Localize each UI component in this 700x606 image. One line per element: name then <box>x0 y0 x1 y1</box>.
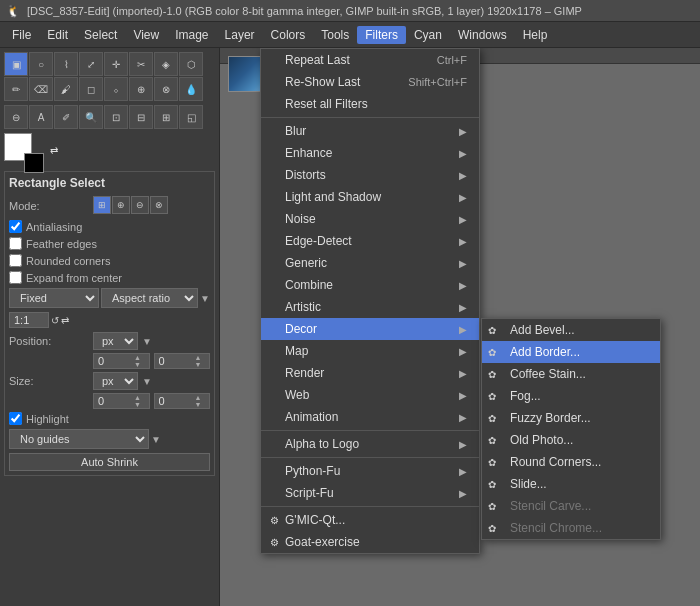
type-tool[interactable]: A <box>29 105 53 129</box>
pos-y-arrows[interactable]: ▲▼ <box>195 354 202 368</box>
pos-x-arrows[interactable]: ▲▼ <box>134 354 141 368</box>
rotate-tool[interactable]: ⊟ <box>129 105 153 129</box>
python-fu-item[interactable]: Python-Fu ▶ <box>261 460 479 482</box>
generic-item[interactable]: Generic ▶ <box>261 252 479 274</box>
clone-tool[interactable]: ⬦ <box>104 77 128 101</box>
mode-intersect[interactable]: ⊗ <box>150 196 168 214</box>
pencil-tool[interactable]: ✏ <box>4 77 28 101</box>
aspect-arrow[interactable]: ▼ <box>200 293 210 304</box>
shear-tool[interactable]: ◱ <box>179 105 203 129</box>
add-border-item[interactable]: ✿ Add Border... <box>482 341 660 363</box>
size-h-input[interactable]: ▲▼ <box>154 393 211 409</box>
goat-item[interactable]: ⚙ Goat-exercise <box>261 531 479 553</box>
scissors-tool[interactable]: ✂ <box>129 52 153 76</box>
mode-subtract[interactable]: ⊖ <box>131 196 149 214</box>
slide-item[interactable]: ✿ Slide... <box>482 473 660 495</box>
size-unit-arrow[interactable]: ▼ <box>142 376 152 387</box>
feather-checkbox[interactable] <box>9 237 22 250</box>
menu-view[interactable]: View <box>125 26 167 44</box>
select-by-color-tool[interactable]: ✛ <box>104 52 128 76</box>
heal-tool[interactable]: ⊕ <box>129 77 153 101</box>
script-fu-item[interactable]: Script-Fu ▶ <box>261 482 479 504</box>
foreground-select-tool[interactable]: ◈ <box>154 52 178 76</box>
flip-tool[interactable]: ⊡ <box>104 105 128 129</box>
fixed-select[interactable]: Fixed Aspect ratio Width Height Size <box>9 288 99 308</box>
position-unit-select[interactable]: px <box>93 332 138 350</box>
size-unit-select[interactable]: px <box>93 372 138 390</box>
size-h-value[interactable] <box>155 394 195 408</box>
menu-filters[interactable]: Filters <box>357 26 406 44</box>
animation-item[interactable]: Animation ▶ <box>261 406 479 428</box>
rect-select-tool[interactable]: ▣ <box>4 52 28 76</box>
menu-image[interactable]: Image <box>167 26 216 44</box>
noise-item[interactable]: Noise ▶ <box>261 208 479 230</box>
menu-cyan[interactable]: Cyan <box>406 26 450 44</box>
rounded-checkbox[interactable] <box>9 254 22 267</box>
size-w-value[interactable] <box>94 394 134 408</box>
pos-x-value[interactable] <box>94 354 134 368</box>
airbrush-tool[interactable]: ◻ <box>79 77 103 101</box>
ratio-input[interactable] <box>9 312 49 328</box>
coffee-stain-item[interactable]: ✿ Coffee Stain... <box>482 363 660 385</box>
size-w-input[interactable]: ▲▼ <box>93 393 150 409</box>
text-tool[interactable]: ⊖ <box>4 105 28 129</box>
measure-tool[interactable]: ✐ <box>54 105 78 129</box>
pos-x-input[interactable]: ▲▼ <box>93 353 150 369</box>
paintbrush-tool[interactable]: ⌫ <box>29 77 53 101</box>
web-item[interactable]: Web ▶ <box>261 384 479 406</box>
render-item[interactable]: Render ▶ <box>261 362 479 384</box>
light-shadow-item[interactable]: Light and Shadow ▶ <box>261 186 479 208</box>
position-unit-arrow[interactable]: ▼ <box>142 336 152 347</box>
expand-checkbox[interactable] <box>9 271 22 284</box>
blur-item[interactable]: Blur ▶ <box>261 120 479 142</box>
fuzzy-select-tool[interactable]: ⤢ <box>79 52 103 76</box>
menu-windows[interactable]: Windows <box>450 26 515 44</box>
reset-all-item[interactable]: Reset all Filters <box>261 93 479 115</box>
menu-colors[interactable]: Colors <box>263 26 314 44</box>
pos-y-input[interactable]: ▲▼ <box>154 353 211 369</box>
antialias-checkbox[interactable] <box>9 220 22 233</box>
alpha-to-logo-item[interactable]: Alpha to Logo ▶ <box>261 433 479 455</box>
distorts-item[interactable]: Distorts ▶ <box>261 164 479 186</box>
size-h-arrows[interactable]: ▲▼ <box>195 394 202 408</box>
ratio-swap-icon[interactable]: ⇄ <box>61 315 69 326</box>
repeat-last-item[interactable]: Repeat Last Ctrl+F <box>261 49 479 71</box>
pos-y-value[interactable] <box>155 354 195 368</box>
scale-tool[interactable]: ⊞ <box>154 105 178 129</box>
decor-item[interactable]: Decor ▶ ✿ Add Bevel... ✿ Add Border... ✿… <box>261 318 479 340</box>
combine-item[interactable]: Combine ▶ <box>261 274 479 296</box>
guides-arrow[interactable]: ▼ <box>151 434 161 445</box>
eraser-tool[interactable]: 🖌 <box>54 77 78 101</box>
menu-layer[interactable]: Layer <box>217 26 263 44</box>
dodge-burn-tool[interactable]: ⊗ <box>154 77 178 101</box>
gmic-item[interactable]: ⚙ G'MIC-Qt... <box>261 509 479 531</box>
ellipse-select-tool[interactable]: ○ <box>29 52 53 76</box>
menu-tools[interactable]: Tools <box>313 26 357 44</box>
aspect-select[interactable]: Aspect ratio <box>101 288 198 308</box>
size-w-arrows[interactable]: ▲▼ <box>134 394 141 408</box>
auto-shrink-button[interactable]: Auto Shrink <box>9 453 210 471</box>
menu-help[interactable]: Help <box>515 26 556 44</box>
swap-colors-icon[interactable]: ⇄ <box>50 145 58 156</box>
enhance-item[interactable]: Enhance ▶ <box>261 142 479 164</box>
reshow-last-item[interactable]: Re-Show Last Shift+Ctrl+F <box>261 71 479 93</box>
mode-replace[interactable]: ⊞ <box>93 196 111 214</box>
old-photo-item[interactable]: ✿ Old Photo... <box>482 429 660 451</box>
add-bevel-item[interactable]: ✿ Add Bevel... <box>482 319 660 341</box>
highlight-checkbox[interactable] <box>9 412 22 425</box>
zoom-tool[interactable]: 🔍 <box>79 105 103 129</box>
paths-tool[interactable]: ⬡ <box>179 52 203 76</box>
mode-add[interactable]: ⊕ <box>112 196 130 214</box>
menu-select[interactable]: Select <box>76 26 125 44</box>
foreground-color-swatch[interactable] <box>24 153 44 173</box>
round-corners-item[interactable]: ✿ Round Corners... <box>482 451 660 473</box>
edge-detect-item[interactable]: Edge-Detect ▶ <box>261 230 479 252</box>
map-item[interactable]: Map ▶ <box>261 340 479 362</box>
menu-file[interactable]: File <box>4 26 39 44</box>
menu-edit[interactable]: Edit <box>39 26 76 44</box>
smudge-tool[interactable]: 💧 <box>179 77 203 101</box>
artistic-item[interactable]: Artistic ▶ <box>261 296 479 318</box>
free-select-tool[interactable]: ⌇ <box>54 52 78 76</box>
fuzzy-border-item[interactable]: ✿ Fuzzy Border... <box>482 407 660 429</box>
fog-item[interactable]: ✿ Fog... <box>482 385 660 407</box>
